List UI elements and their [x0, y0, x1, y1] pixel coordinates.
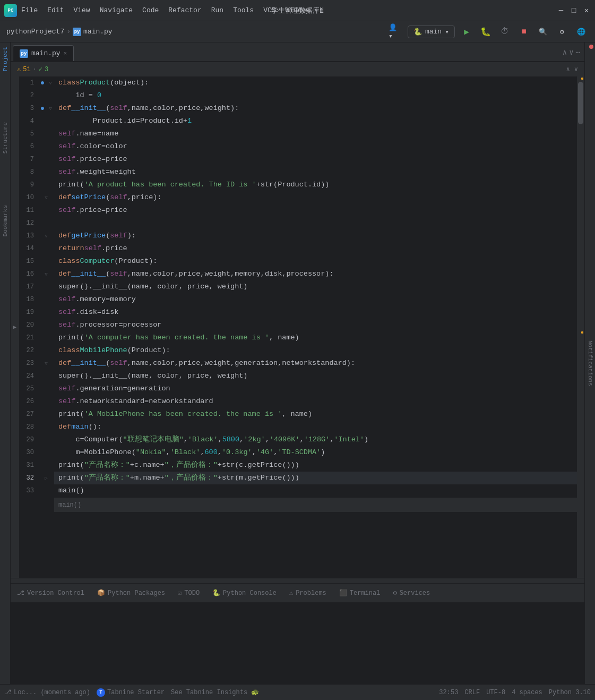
- bottom-tab-python-console[interactable]: 🐍Python Console: [206, 584, 283, 602]
- structure-panel-label[interactable]: Structure: [2, 120, 8, 156]
- debug-marker-1[interactable]: ●: [39, 79, 46, 87]
- maximize-button[interactable]: □: [570, 6, 578, 15]
- tab-close-button[interactable]: ×: [64, 50, 67, 57]
- fold-marker-10[interactable]: ▽: [43, 194, 49, 201]
- gutter-row-17: [38, 280, 54, 293]
- close-button[interactable]: ✕: [582, 6, 591, 15]
- navbar: pythonProject7 › py main.py 👤 ▾ 🐍 main ▾…: [0, 21, 595, 42]
- statusbar-git-text: Loc... (moments ago): [14, 689, 90, 696]
- fold-marker-13[interactable]: ▽: [43, 233, 49, 239]
- statusbar-line-ending[interactable]: CRLF: [464, 689, 480, 696]
- code-content[interactable]: class Product(object): id = 0 def __init…: [54, 76, 577, 578]
- notification-badge: [589, 45, 593, 49]
- bottom-content[interactable]: [11, 603, 584, 684]
- statusbar-tabnine-hint-text: See Tabnine Insights 🐢: [171, 688, 259, 696]
- bottom-tab-version-control[interactable]: ⎇Version Control: [11, 584, 91, 602]
- menu-edit[interactable]: Edit: [43, 4, 68, 16]
- menu-code[interactable]: Code: [138, 4, 163, 16]
- bookmarks-panel-label[interactable]: Bookmarks: [2, 203, 8, 238]
- menu-run[interactable]: Run: [207, 4, 228, 16]
- line-number-33: 33: [19, 484, 36, 497]
- code-line-29: c=Computer("联想笔记本电脑",'Black',5800,'2kg',…: [54, 433, 577, 446]
- bottom-tab-label-problems: Problems: [296, 590, 326, 597]
- notifications-label[interactable]: Notifications: [587, 338, 593, 388]
- statusbar-encoding[interactable]: UTF-8: [486, 689, 505, 696]
- expand-down-button[interactable]: ∨: [574, 65, 578, 73]
- bottom-tab-services[interactable]: ⚙Services: [386, 584, 436, 602]
- debug-marker-3[interactable]: ●: [39, 105, 46, 112]
- editor-tab-main-py[interactable]: py main.py ×: [13, 45, 74, 61]
- menu-view[interactable]: View: [69, 4, 94, 16]
- gutter-row-1: ●▽: [38, 76, 54, 89]
- line-number-32: 32: [19, 472, 36, 484]
- gutter-row-18: [38, 293, 54, 306]
- menu-navigate[interactable]: Navigate: [96, 4, 137, 16]
- profile-button[interactable]: ⏱: [497, 24, 512, 39]
- line-number-10: 10: [19, 191, 36, 204]
- bottom-tab-todo[interactable]: ☑TODO: [171, 584, 206, 602]
- fold-marker-1[interactable]: ▽: [47, 80, 54, 86]
- breadcrumb-project[interactable]: pythonProject7: [6, 28, 64, 36]
- run-button[interactable]: ▶: [459, 24, 474, 39]
- line-number-22: 22: [19, 344, 36, 357]
- breadcrumb-filename[interactable]: main.py: [83, 28, 113, 36]
- line-number-16: 16: [19, 268, 36, 280]
- tab-action-up[interactable]: ∧: [563, 47, 567, 56]
- run-config-dropdown[interactable]: 🐍 main ▾: [408, 25, 455, 38]
- warning-sep: ·: [33, 66, 37, 73]
- tab-action-down[interactable]: ∨: [569, 47, 573, 56]
- gutter-row-20: [38, 319, 54, 331]
- gutter-row-23: ▽: [38, 357, 54, 370]
- minimap[interactable]: [577, 76, 584, 578]
- line-number-6: 6: [19, 140, 36, 153]
- menu-refactor[interactable]: Refactor: [164, 4, 205, 16]
- statusbar-tabnine-hint[interactable]: See Tabnine Insights 🐢: [171, 688, 259, 696]
- stop-button[interactable]: ■: [516, 24, 531, 39]
- user-icon-btn[interactable]: 👤 ▾: [389, 24, 403, 39]
- bottom-tab-terminal[interactable]: ⬛Terminal: [333, 584, 387, 602]
- jetbrains-button[interactable]: 🌐: [574, 24, 589, 39]
- menu-tools[interactable]: Tools: [229, 4, 258, 16]
- code-breadcrumb: main(): [54, 497, 577, 512]
- bottom-tab-python-packages[interactable]: 📦Python Packages: [91, 584, 171, 602]
- code-line-15: class Computer(Product):: [54, 255, 577, 268]
- line-number-12: 12: [19, 217, 36, 229]
- line-number-2: 2: [19, 89, 36, 102]
- code-line-2: id = 0: [54, 89, 577, 102]
- code-line-18: self.memory=memory: [54, 293, 577, 306]
- fold-marker-32[interactable]: ▷: [43, 475, 49, 481]
- menu-file[interactable]: File: [17, 4, 42, 16]
- expand-up-button[interactable]: ∧: [566, 65, 570, 73]
- scroll-thumb[interactable]: [578, 82, 583, 124]
- code-line-12: [54, 217, 577, 229]
- tab-action-menu[interactable]: ⋯: [576, 47, 580, 56]
- bottom-tab-problems[interactable]: ⚠Problems: [283, 584, 333, 602]
- horizontal-scrollbar[interactable]: [11, 578, 584, 583]
- fold-marker-16[interactable]: ▽: [43, 271, 49, 277]
- line-number-7: 7: [19, 153, 36, 166]
- project-panel-label[interactable]: Project: [2, 45, 8, 73]
- statusbar-python-version[interactable]: Python 3.10: [549, 689, 591, 696]
- app-logo: PC: [4, 4, 17, 17]
- statusbar-indent[interactable]: 4 spaces: [512, 689, 542, 696]
- collapse-sidebar-btn[interactable]: ▶: [11, 76, 19, 578]
- ok-icon: ✓: [39, 65, 42, 73]
- statusbar-git[interactable]: ⎇ Loc... (moments ago): [4, 688, 90, 696]
- statusbar-tabnine[interactable]: T Tabnine Starter: [97, 688, 165, 697]
- statusbar-line-col[interactable]: 32:53: [439, 689, 458, 696]
- gutter-row-10: ▽: [38, 191, 54, 204]
- code-line-28: def main():: [54, 421, 577, 433]
- line-number-24: 24: [19, 370, 36, 382]
- fold-marker-3[interactable]: ▽: [47, 105, 54, 112]
- settings-button[interactable]: ⚙: [555, 24, 570, 39]
- code-line-1: class Product(object):: [54, 76, 577, 89]
- search-everywhere-button[interactable]: 🔍: [536, 24, 550, 39]
- line-number-8: 8: [19, 166, 36, 178]
- debug-button[interactable]: 🐛: [478, 24, 493, 39]
- code-line-16: def __init__(self,name,color,price,weigh…: [54, 268, 577, 280]
- editor-area: py main.py × ∧ ∨ ⋯ ⚠ 51 · ✓ 3 ∧ ∨: [11, 42, 584, 684]
- bottom-tab-icon-problems: ⚠: [289, 589, 293, 597]
- fold-marker-23[interactable]: ▽: [43, 360, 49, 366]
- gutter-row-16: ▽: [38, 268, 54, 280]
- minimize-button[interactable]: ─: [557, 6, 565, 15]
